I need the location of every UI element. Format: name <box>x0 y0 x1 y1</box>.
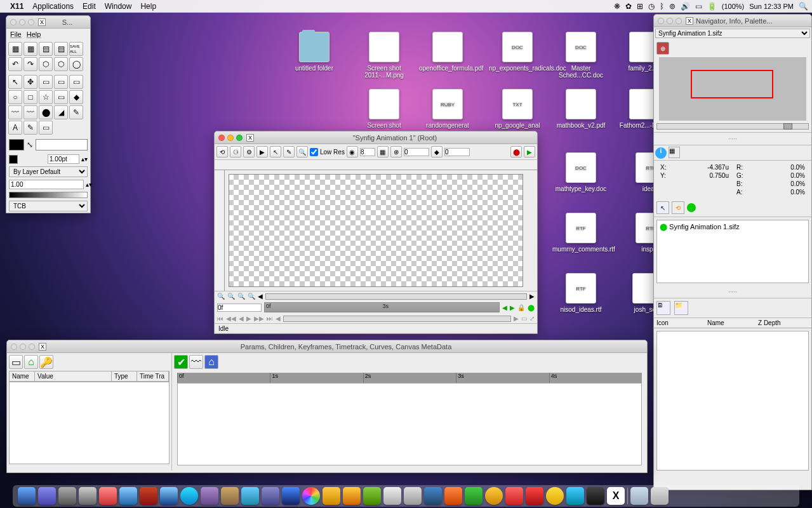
skype-icon[interactable] <box>180 487 198 505</box>
minimize-icon[interactable] <box>19 19 25 25</box>
file-button[interactable]: ▦ <box>8 42 22 56</box>
desktop-icon[interactable]: RTFnisod_ideas.rtf <box>552 273 609 313</box>
app-icon[interactable] <box>383 487 401 505</box>
prev-frame-icon[interactable]: ◀◀ <box>226 315 236 322</box>
keyframe-icon[interactable]: 🔑 <box>39 355 53 369</box>
tool-button[interactable]: ▭ <box>54 90 68 104</box>
layer-icon[interactable]: 🗎 <box>656 301 670 315</box>
app-icon[interactable] <box>505 487 523 505</box>
props-icon[interactable]: ▭ <box>521 315 527 322</box>
file-combo[interactable]: Synfig Animation 1.sifz <box>655 29 810 38</box>
key-icon[interactable]: ◆ <box>431 146 443 157</box>
desktop-icon[interactable]: mathbook_v2.pdf <box>552 89 609 129</box>
preview-icon[interactable]: ⚆ <box>230 146 241 157</box>
clock-icon[interactable]: ◷ <box>648 2 655 11</box>
record-icon[interactable]: ⬤ <box>510 146 522 157</box>
viewport-indicator[interactable] <box>691 70 773 98</box>
zoom-scrollbar[interactable] <box>265 293 527 300</box>
tool-button[interactable]: ✎ <box>23 121 37 135</box>
compass-icon[interactable]: ⊕ <box>656 42 669 55</box>
finder-icon[interactable] <box>18 487 36 505</box>
minimize-icon[interactable] <box>667 18 673 24</box>
file-button[interactable]: ⬡ <box>39 57 53 71</box>
quality-input[interactable] <box>360 148 375 156</box>
tool-button[interactable]: ✎ <box>69 105 83 119</box>
safari-icon[interactable] <box>79 487 97 505</box>
time-scrollbar[interactable] <box>283 316 511 322</box>
app-icon[interactable] <box>363 487 381 505</box>
prev-key-icon[interactable]: ◀ <box>502 304 507 311</box>
next-key-icon[interactable]: ▶ <box>510 304 515 311</box>
app-icon[interactable] <box>546 487 564 505</box>
app-icon[interactable] <box>262 487 279 505</box>
app-icon[interactable] <box>323 487 340 505</box>
tool-button[interactable]: ☆ <box>39 90 53 104</box>
col-value[interactable]: Value <box>35 371 112 381</box>
close-icon[interactable] <box>11 344 17 350</box>
navigator-titlebar[interactable]: X Navigator, Info, Palette... <box>654 15 811 27</box>
last-frame-icon[interactable]: ⏭ <box>267 315 273 322</box>
zoom-icon[interactable] <box>29 344 35 350</box>
app-icon[interactable] <box>485 487 503 505</box>
frame-end-input[interactable] <box>444 148 470 156</box>
app-icon[interactable] <box>282 487 300 505</box>
desktop-icon[interactable]: Screen shot 2011-...M.png <box>356 32 413 79</box>
x11-dock-icon[interactable]: X <box>607 487 625 505</box>
next-frame-icon[interactable]: ▶▶ <box>254 315 264 322</box>
evernote-icon[interactable]: ❋ <box>614 2 620 11</box>
close-icon[interactable] <box>658 18 664 24</box>
zoom-fit-icon[interactable]: 🔍 <box>227 293 235 300</box>
params-content[interactable] <box>656 331 809 471</box>
desktop-icon[interactable]: DOCnp_exponents_radicals.doc <box>489 32 546 72</box>
desktop-icon[interactable]: openoffice_formula.pdf <box>419 32 476 72</box>
itunes-icon[interactable] <box>160 487 178 505</box>
swap-colors-icon[interactable]: ⤡ <box>27 140 33 149</box>
timetrack-icon[interactable]: ✔ <box>174 355 188 369</box>
file-button[interactable]: ▤ <box>39 42 53 56</box>
canvas-area[interactable] <box>229 174 523 287</box>
grid-icon[interactable]: ▦ <box>377 146 389 157</box>
desktop-icon[interactable]: DOCmathtype_key.doc <box>552 152 609 192</box>
zoom-icon[interactable]: 🔍 <box>296 146 308 157</box>
appstore-icon[interactable] <box>38 487 56 505</box>
zoom-icon[interactable] <box>236 135 243 141</box>
spotlight-icon[interactable]: 🔍 <box>799 2 808 11</box>
tool-button[interactable]: 〰 <box>23 105 37 119</box>
tool-button[interactable]: ⬤ <box>39 105 53 119</box>
file-button[interactable]: ↷ <box>23 57 37 71</box>
app-icon[interactable] <box>221 487 239 505</box>
col-name[interactable]: Name <box>10 371 35 381</box>
toolbox-help-menu[interactable]: Help <box>27 30 41 38</box>
app-icon[interactable] <box>404 487 422 505</box>
desktop-icon[interactable]: RTFmummy_comments.rtf <box>552 213 609 253</box>
minimize-icon[interactable] <box>20 344 26 350</box>
desktop-icon[interactable]: DOCMaster Sched...CC.doc <box>552 32 609 79</box>
hash-icon[interactable]: ⊞ <box>637 2 643 11</box>
tool-button[interactable]: ✥ <box>23 75 37 89</box>
twitter-icon[interactable] <box>566 487 584 505</box>
menu-help[interactable]: Help <box>140 2 156 11</box>
tool-button[interactable]: A <box>8 121 22 135</box>
app-icon[interactable] <box>99 487 117 505</box>
params-titlebar[interactable]: X Params, Children, Keyframes, Timetrack… <box>7 340 647 353</box>
file-button[interactable]: ↶ <box>8 57 22 71</box>
terminal-icon[interactable] <box>587 487 604 505</box>
curves-icon[interactable]: 〰 <box>189 355 203 369</box>
zoom-in-icon[interactable]: 🔍 <box>237 293 245 300</box>
menu-window[interactable]: Window <box>105 2 132 11</box>
timetrack-ruler[interactable]: 0f 1s 2s 3s 4s <box>177 373 642 383</box>
expand-icon[interactable]: ⤢ <box>529 315 535 322</box>
toolbox-titlebar[interactable]: X S... <box>6 16 90 29</box>
app-icon[interactable] <box>201 487 218 505</box>
timetrack-body[interactable] <box>177 383 642 465</box>
tool-button[interactable]: ◢ <box>54 105 68 119</box>
word-icon[interactable] <box>424 487 442 505</box>
desktop-icon[interactable]: untitled folder <box>286 32 343 72</box>
params-list[interactable] <box>9 382 170 464</box>
play-back-icon[interactable]: ◀ <box>239 315 244 322</box>
tool-button[interactable]: ▭ <box>69 75 83 89</box>
onion-icon[interactable]: ⬤ <box>528 304 535 311</box>
zoom-out-icon[interactable]: 🔍 <box>217 293 225 300</box>
app-name[interactable]: X11 <box>10 2 23 11</box>
file-button[interactable]: ◯ <box>69 57 83 71</box>
